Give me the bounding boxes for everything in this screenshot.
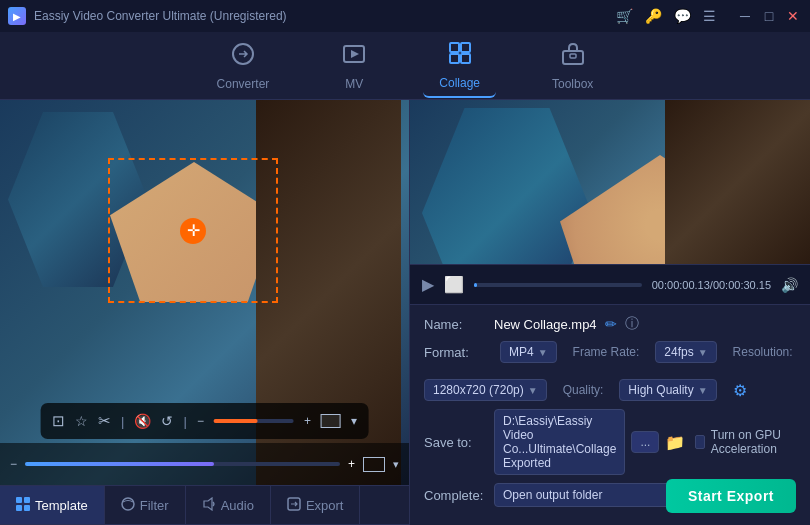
format-value: MP4: [509, 345, 534, 359]
complete-label: Complete:: [424, 488, 484, 503]
svg-rect-8: [16, 497, 22, 503]
svg-rect-10: [16, 505, 22, 511]
chat-icon[interactable]: 💬: [674, 8, 691, 24]
quality-arrow: ▼: [698, 385, 708, 396]
close-button[interactable]: ✕: [784, 7, 802, 25]
cart-icon[interactable]: 🛒: [616, 8, 633, 24]
title-bar-right: 🛒 🔑 💬 ☰ ─ □ ✕: [616, 7, 802, 25]
tab-template[interactable]: Template: [0, 486, 105, 524]
tool-divider2: |: [183, 414, 186, 429]
export-icon: [287, 497, 301, 514]
filter-icon: [121, 497, 135, 514]
gpu-checkbox-box[interactable]: [695, 435, 704, 449]
minus-btn[interactable]: −: [197, 414, 204, 428]
name-label: Name:: [424, 317, 484, 332]
aspect-btn[interactable]: ▾: [351, 414, 357, 428]
stop-button[interactable]: ⬜: [444, 275, 464, 294]
framerate-select[interactable]: 24fps ▼: [655, 341, 716, 363]
collage-label: Collage: [439, 76, 480, 90]
template-tab-label: Template: [35, 498, 88, 513]
complete-value: Open output folder: [503, 488, 602, 502]
editor-area: ✛ ⊡ ☆ ✂ | 🔇 ↺ | − + ▾ −: [0, 100, 409, 485]
format-label: Format:: [424, 345, 484, 360]
key-icon[interactable]: 🔑: [645, 8, 662, 24]
info-icon[interactable]: ⓘ: [625, 315, 639, 333]
export-tab-label: Export: [306, 498, 344, 513]
audio-icon: [202, 497, 216, 514]
preview-progress-bar[interactable]: [474, 283, 642, 287]
tab-export[interactable]: Export: [271, 486, 361, 524]
tab-audio[interactable]: Audio: [186, 486, 271, 524]
start-export-button[interactable]: Start Export: [666, 479, 796, 513]
tab-filter[interactable]: Filter: [105, 486, 186, 524]
resolution-arrow: ▼: [528, 385, 538, 396]
mv-label: MV: [345, 77, 363, 91]
mv-icon: [341, 41, 367, 73]
volume-button[interactable]: 🔊: [781, 277, 798, 293]
bottom-tabs: Template Filter Audio: [0, 485, 409, 525]
svg-rect-4: [450, 54, 459, 63]
crop-tool-btn[interactable]: ⊡: [52, 412, 65, 430]
save-path-input[interactable]: D:\Eassiy\Eassiy Video Co...Ultimate\Col…: [494, 409, 625, 475]
gpu-label: Turn on GPU Acceleration: [711, 428, 796, 456]
undo-tool-btn[interactable]: ↺: [161, 413, 173, 429]
resolution-select[interactable]: 1280x720 (720p) ▼: [424, 379, 547, 401]
left-panel: ✛ ⊡ ☆ ✂ | 🔇 ↺ | − + ▾ −: [0, 100, 410, 525]
plus-btn[interactable]: +: [304, 414, 311, 428]
minimize-button[interactable]: ─: [736, 7, 754, 25]
right-panel: ▶ ⬜ 00:00:00.13/00:00:30.15 🔊 Name: New …: [410, 100, 810, 525]
svg-rect-3: [461, 43, 470, 52]
name-row: Name: New Collage.mp4 ✏ ⓘ: [424, 315, 796, 333]
tool-divider: |: [121, 414, 124, 429]
time-progress-container[interactable]: [25, 462, 340, 466]
svg-rect-2: [450, 43, 459, 52]
format-row: Format: MP4 ▼ Frame Rate: 24fps ▼ Resolu…: [424, 341, 796, 401]
svg-rect-5: [461, 54, 470, 63]
fit-btn[interactable]: [321, 414, 341, 428]
quality-select[interactable]: High Quality ▼: [619, 379, 716, 401]
file-name-area: New Collage.mp4 ✏ ⓘ: [494, 315, 639, 333]
tab-toolbox[interactable]: Toolbox: [536, 35, 609, 97]
menu-icon[interactable]: ☰: [703, 8, 716, 24]
nav-tabs: Converter MV Collage: [0, 32, 810, 100]
preview-controls: ▶ ⬜ 00:00:00.13/00:00:30.15 🔊: [410, 264, 810, 304]
audio-tab-label: Audio: [221, 498, 254, 513]
zoom-bar[interactable]: [214, 419, 294, 423]
time-progress-fill: [25, 462, 214, 466]
time-display: 00:00:00.13/00:00:30.15: [652, 279, 771, 291]
gpu-checkbox[interactable]: Turn on GPU Acceleration: [695, 428, 796, 456]
play-button[interactable]: ▶: [422, 275, 434, 294]
vol-icon-right[interactable]: +: [348, 457, 355, 471]
browse-button[interactable]: ...: [631, 431, 659, 453]
scissors-tool-btn[interactable]: ✂: [98, 412, 111, 430]
open-folder-icon[interactable]: 📁: [665, 433, 685, 452]
title-bar: ▶ Eassiy Video Converter Ultimate (Unreg…: [0, 0, 810, 32]
edit-name-icon[interactable]: ✏: [605, 316, 617, 332]
tab-converter[interactable]: Converter: [201, 35, 286, 97]
svg-rect-9: [24, 497, 30, 503]
star-tool-btn[interactable]: ☆: [75, 413, 88, 429]
editor-progress-bar: − + ▾: [0, 443, 409, 485]
dropdown-arrow[interactable]: ▾: [393, 458, 399, 471]
svg-rect-7: [570, 54, 576, 58]
toolbox-icon: [560, 41, 586, 73]
vol-icon-left[interactable]: −: [10, 457, 17, 471]
framerate-label: Frame Rate:: [573, 345, 640, 359]
app-title: Eassiy Video Converter Ultimate (Unregis…: [34, 9, 287, 23]
thumbnail-preview[interactable]: [363, 457, 385, 472]
quality-gear-icon[interactable]: ⚙: [733, 381, 747, 400]
editor-toolbar-float: ⊡ ☆ ✂ | 🔇 ↺ | − + ▾: [40, 403, 369, 439]
tab-mv[interactable]: MV: [325, 35, 383, 97]
converter-icon: [230, 41, 256, 73]
framerate-arrow: ▼: [698, 347, 708, 358]
filter-tab-label: Filter: [140, 498, 169, 513]
mute-tool-btn[interactable]: 🔇: [134, 413, 151, 429]
resolution-label: Resolution:: [733, 345, 793, 359]
file-name: New Collage.mp4: [494, 317, 597, 332]
svg-marker-13: [204, 498, 212, 510]
preview-area: [410, 100, 810, 264]
format-select[interactable]: MP4 ▼: [500, 341, 557, 363]
svg-rect-11: [24, 505, 30, 511]
maximize-button[interactable]: □: [760, 7, 778, 25]
tab-collage[interactable]: Collage: [423, 34, 496, 98]
